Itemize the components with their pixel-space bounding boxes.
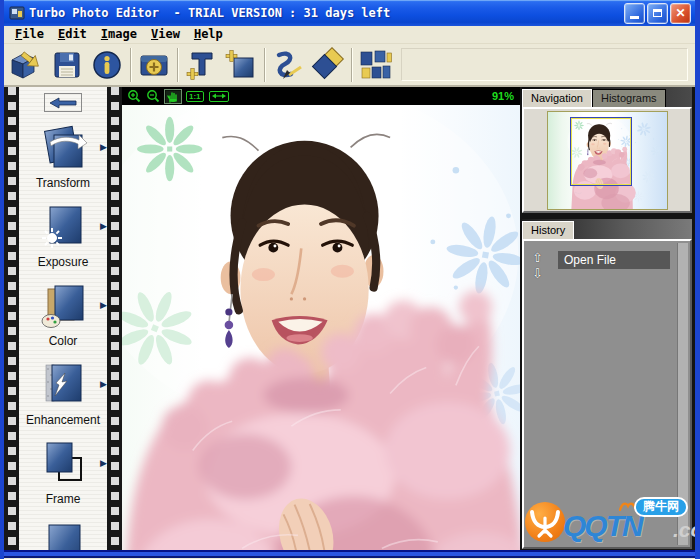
open-folder-icon — [9, 47, 45, 83]
minimize-button[interactable] — [624, 3, 645, 24]
browse-button[interactable] — [355, 46, 395, 83]
tool-sidebar: ▶ Transform ▶ Exposure — [4, 87, 122, 550]
palette-diamond-icon — [310, 47, 346, 83]
navigation-thumbnail[interactable] — [547, 111, 668, 210]
exposure-icon — [37, 201, 89, 253]
palette-button[interactable] — [308, 46, 348, 83]
info-circle-icon — [89, 47, 125, 83]
zoom-in-button[interactable] — [126, 89, 142, 104]
toolbar-separator — [264, 48, 265, 82]
history-scrollbar[interactable] — [677, 243, 688, 545]
sidebar-item-color[interactable]: ▶ Color — [19, 276, 107, 355]
open-button[interactable] — [7, 46, 47, 83]
transform-icon — [37, 122, 89, 174]
expand-arrow-icon: ▶ — [100, 458, 107, 468]
filmstrip-left — [4, 87, 19, 550]
right-panel: Navigation Histograms History — [520, 87, 695, 550]
text-plus-icon — [183, 47, 219, 83]
menu-help[interactable]: Help — [187, 26, 230, 43]
app-window: Turbo Photo Editor - TRIAL VERSION : 31 … — [0, 0, 700, 559]
toolbar-separator — [351, 48, 352, 82]
close-button[interactable]: ✕ — [670, 3, 691, 24]
draw-button[interactable] — [268, 46, 308, 83]
expand-arrow-icon: ▶ — [100, 300, 107, 310]
canvas-toolbar: 1:1 91% — [122, 87, 520, 105]
color-icon — [37, 280, 89, 332]
menu-image[interactable]: Image — [94, 26, 144, 43]
zoom-out-icon — [146, 89, 160, 103]
sidebar-item-label: Transform — [19, 176, 107, 190]
main-toolbar — [4, 44, 695, 87]
expand-arrow-icon: ▶ — [100, 379, 107, 389]
photo-canvas[interactable] — [122, 105, 520, 550]
back-button[interactable] — [44, 93, 82, 112]
tab-navigation[interactable]: Navigation — [522, 89, 592, 107]
menu-bar: File Edit Image View Help — [4, 26, 695, 44]
fit-width-button[interactable] — [208, 89, 230, 104]
hand-icon — [166, 89, 180, 103]
save-button[interactable] — [47, 46, 87, 83]
sidebar-item-exposure[interactable]: ▶ Exposure — [19, 197, 107, 276]
add-text-button[interactable] — [181, 46, 221, 83]
viewport-rectangle[interactable] — [571, 118, 631, 185]
actual-size-button[interactable]: 1:1 — [185, 89, 205, 104]
fit-width-icon — [209, 91, 229, 102]
zoom-out-button[interactable] — [145, 89, 161, 104]
navigation-panel: Navigation Histograms — [522, 87, 692, 213]
tab-history[interactable]: History — [522, 221, 574, 239]
minimize-icon — [630, 16, 639, 19]
filmstrip-right — [107, 87, 122, 550]
brush-squiggle-icon — [270, 47, 306, 83]
sidebar-item-label: Exposure — [19, 255, 107, 269]
tiles-icon — [357, 47, 393, 83]
close-icon: ✕ — [675, 7, 685, 19]
sidebar-item-partial[interactable] — [19, 513, 107, 550]
actual-size-icon: 1:1 — [186, 91, 204, 102]
maximize-button[interactable] — [647, 3, 668, 24]
window-bottom-border — [4, 550, 695, 558]
sidebar-item-transform[interactable]: ▶ Transform — [19, 118, 107, 197]
enhancement-icon — [37, 359, 89, 411]
info-button[interactable] — [87, 46, 127, 83]
toolbar-separator — [177, 48, 178, 82]
history-up-arrow[interactable]: ⇧ — [532, 251, 543, 264]
zoom-in-icon — [127, 89, 141, 103]
sidebar-item-enhancement[interactable]: ▶ Enhancement — [19, 355, 107, 434]
frame-icon — [37, 438, 89, 490]
title-bar: Turbo Photo Editor - TRIAL VERSION : 31 … — [4, 0, 695, 26]
web-icon — [37, 521, 89, 550]
toolbar-separator — [130, 48, 131, 82]
pan-tool-button[interactable] — [164, 89, 182, 104]
sidebar-item-label: Frame — [19, 492, 107, 506]
canvas-area: 1:1 91% — [122, 87, 520, 550]
square-plus-icon — [223, 47, 259, 83]
add-object-button[interactable] — [221, 46, 261, 83]
expand-arrow-icon: ▶ — [100, 142, 107, 152]
sidebar-item-label: Color — [19, 334, 107, 348]
window-title: Turbo Photo Editor - TRIAL VERSION : 31 … — [29, 6, 624, 20]
sidebar-item-label: Enhancement — [19, 413, 107, 427]
toolbar-empty-area — [401, 48, 688, 81]
floppy-disk-icon — [49, 47, 85, 83]
app-icon — [9, 5, 25, 21]
history-down-arrow[interactable]: ⇩ — [532, 267, 543, 280]
tab-histograms[interactable]: Histograms — [592, 89, 666, 107]
menu-edit[interactable]: Edit — [51, 26, 94, 43]
sidebar-item-frame[interactable]: ▶ Frame — [19, 434, 107, 513]
expand-arrow-icon: ▶ — [100, 221, 107, 231]
maximize-icon — [653, 9, 662, 17]
batch-button[interactable] — [134, 46, 174, 83]
menu-file[interactable]: File — [8, 26, 51, 43]
back-arrow-icon — [48, 97, 78, 109]
box-plus-icon — [136, 47, 172, 83]
history-entry[interactable]: Open File — [558, 251, 670, 269]
history-panel: History ⇧ ⇩ Open File — [522, 219, 692, 549]
zoom-level: 91% — [492, 90, 514, 102]
menu-view[interactable]: View — [144, 26, 187, 43]
